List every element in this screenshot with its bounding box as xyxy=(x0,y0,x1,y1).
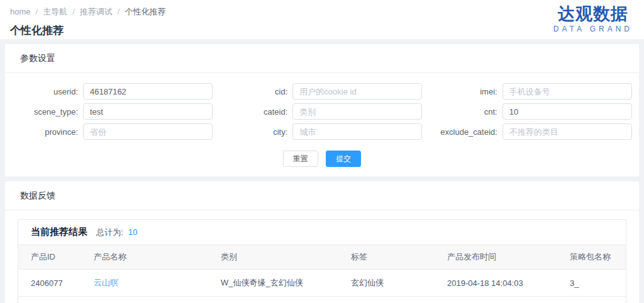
form-buttons: 重置 提交 xyxy=(5,140,639,176)
company-logo: 达观数据 DATA GRAND xyxy=(553,4,633,33)
userid-label: userid: xyxy=(5,87,83,96)
cateid-input[interactable] xyxy=(292,103,422,120)
params-section-title: 参数设置 xyxy=(5,44,639,73)
scene-type-label: scene_type: xyxy=(5,107,83,117)
result-panel-header: 当前推荐结果 总计为: 10 xyxy=(18,220,626,244)
breadcrumb-separator: / xyxy=(72,7,75,16)
cell-tag: 玄幻仙侠 xyxy=(338,270,435,297)
breadcrumb-item-home[interactable]: home xyxy=(10,7,31,16)
breadcrumb-separator: / xyxy=(36,7,38,16)
cell-category: W_玄幻_异世大陆 xyxy=(208,297,338,303)
breadcrumb-separator: / xyxy=(118,7,120,16)
reset-button[interactable]: 重置 xyxy=(283,151,318,167)
header-tag: 标签 xyxy=(338,245,435,270)
cell-strategy: 3_ xyxy=(557,297,626,303)
province-label: province: xyxy=(5,127,83,137)
cnt-input[interactable] xyxy=(502,103,632,120)
cell-product-id: 2406077 xyxy=(18,270,81,297)
field-cid: cid: xyxy=(214,83,424,100)
header-product-name: 产品名称 xyxy=(81,245,208,270)
cell-tag: 异世大陆 xyxy=(338,297,435,303)
total-label: 总计为: xyxy=(96,227,123,237)
total-count: 10 xyxy=(128,227,137,237)
feedback-card: 数据反馈 当前推荐结果 总计为: 10 产品ID 产品名称 类别 标签 产品发布… xyxy=(5,181,639,303)
table-row: 2406077 云山暝 W_仙侠奇缘_玄幻仙侠 玄幻仙侠 2019-04-18 … xyxy=(18,270,626,297)
field-province: province: xyxy=(5,123,214,140)
field-cnt: cnt: xyxy=(425,103,634,120)
logo-subtitle: DATA GRAND xyxy=(553,25,633,33)
header-category: 类别 xyxy=(208,245,338,270)
product-name-link[interactable]: 云山暝 xyxy=(94,278,118,287)
userid-input[interactable] xyxy=(83,83,213,100)
result-table: 产品ID 产品名称 类别 标签 产品发布时间 策略包名称 2406077 云山暝… xyxy=(18,244,626,303)
field-city: city: xyxy=(214,123,424,140)
cell-publish-time: 2019-03-22 17:07:56 xyxy=(435,297,557,303)
result-panel-title: 当前推荐结果 xyxy=(31,226,87,237)
params-form: userid: cid: imei: scene_type: cateid: c… xyxy=(5,73,639,140)
imei-input[interactable] xyxy=(502,83,632,100)
breadcrumb-item-recommend-debug[interactable]: 推荐调试 xyxy=(80,7,113,16)
cell-strategy: 3_ xyxy=(557,270,626,297)
field-exclude-cateid: exclude_cateid: xyxy=(425,123,634,140)
header-publish-time: 产品发布时间 xyxy=(435,245,557,270)
cid-label: cid: xyxy=(214,87,292,96)
breadcrumb-item-main-nav[interactable]: 主导航 xyxy=(43,7,67,16)
table-header-row: 产品ID 产品名称 类别 标签 产品发布时间 策略包名称 xyxy=(18,245,626,270)
page-title: 个性化推荐 xyxy=(10,23,634,38)
cnt-label: cnt: xyxy=(425,107,502,117)
province-input[interactable] xyxy=(83,123,213,140)
result-panel: 当前推荐结果 总计为: 10 产品ID 产品名称 类别 标签 产品发布时间 策略… xyxy=(18,219,626,303)
feedback-section-title: 数据反馈 xyxy=(5,181,639,210)
exclude-cateid-label: exclude_cateid: xyxy=(425,127,502,137)
imei-label: imei: xyxy=(425,87,502,96)
field-imei: imei: xyxy=(425,83,634,100)
cell-publish-time: 2019-04-18 14:04:03 xyxy=(435,270,557,297)
cid-input[interactable] xyxy=(292,83,422,100)
breadcrumb-item-current: 个性化推荐 xyxy=(125,7,165,16)
cell-category: W_仙侠奇缘_玄幻仙侠 xyxy=(208,270,338,297)
field-userid: userid: xyxy=(5,83,214,100)
city-input[interactable] xyxy=(292,123,422,140)
scene-type-input[interactable] xyxy=(83,103,213,120)
breadcrumb: home/主导航/推荐调试/个性化推荐 xyxy=(10,6,634,18)
submit-button[interactable]: 提交 xyxy=(326,151,361,167)
exclude-cateid-input[interactable] xyxy=(502,123,632,140)
params-card: 参数设置 userid: cid: imei: scene_type: cate… xyxy=(5,44,639,176)
field-cateid: cateid: xyxy=(214,103,424,120)
cell-product-id: 2402430 xyxy=(18,297,81,303)
header-strategy: 策略包名称 xyxy=(557,245,626,270)
table-row: 2402430 土匪娘子 W_玄幻_异世大陆 异世大陆 2019-03-22 1… xyxy=(18,297,626,303)
city-label: city: xyxy=(214,127,292,137)
top-header: home/主导航/推荐调试/个性化推荐 个性化推荐 达观数据 DATA GRAN… xyxy=(0,0,644,39)
cateid-label: cateid: xyxy=(214,107,292,117)
field-scene-type: scene_type: xyxy=(5,103,214,120)
logo-title: 达观数据 xyxy=(553,4,633,23)
header-product-id: 产品ID xyxy=(18,245,81,270)
